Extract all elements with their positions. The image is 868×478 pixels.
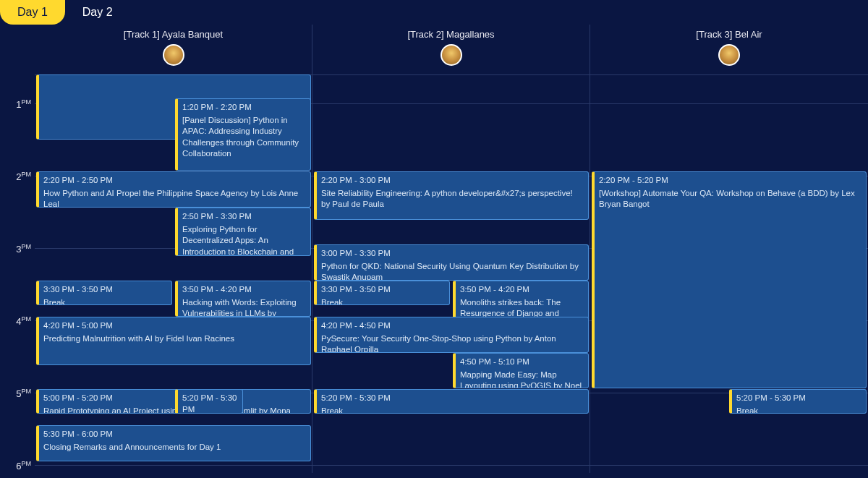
event-time: 4:50 PM - 5:10 PM: [460, 357, 584, 368]
event-time: 5:30 PM - 6:00 PM: [43, 429, 306, 440]
event-time: 5:20 PM - 5:30 PM: [321, 393, 584, 404]
track-header-2: [Track 2] Magallanes: [312, 25, 590, 40]
event-title: Hacking with Words: Exploiting Vulnerabi…: [182, 297, 306, 317]
tab-day-2[interactable]: Day 2: [65, 0, 130, 25]
event-closing[interactable]: 5:30 PM - 6:00 PM Closing Remarks and An…: [36, 425, 311, 461]
event-title: Python for QKD: National Security Using …: [321, 261, 584, 281]
event-time: 3:30 PM - 3:50 PM: [43, 284, 167, 296]
hour-label-4pm: 4PM: [0, 315, 35, 327]
event-break-t1b[interactable]: 5:20 PM - 5:30 PM Break: [175, 389, 243, 414]
event-time: 3:50 PM - 4:20 PM: [460, 284, 584, 296]
event-time: 3:30 PM - 3:50 PM: [321, 284, 445, 296]
event-break-t2b[interactable]: 5:20 PM - 5:30 PM Break: [314, 389, 589, 414]
event-title: Site Reliability Engineering: A python d…: [321, 188, 584, 210]
event-title: Closing Remarks and Announcements for Da…: [43, 442, 306, 453]
event-time: 1:20 PM - 2:20 PM: [182, 102, 306, 114]
event-time: 5:20 PM - 5:30 PM: [182, 393, 238, 414]
hour-label-1pm: 1PM: [0, 98, 35, 110]
event-hacking[interactable]: 3:50 PM - 4:20 PM Hacking with Words: Ex…: [175, 281, 311, 317]
event-time: 3:00 PM - 3:30 PM: [321, 248, 584, 260]
event-panel-apac[interactable]: 1:20 PM - 2:20 PM [Panel Discussion] Pyt…: [175, 98, 311, 171]
day-tabs: Day 1 Day 2: [0, 0, 868, 25]
event-title: How Python and AI Propel the Philippine …: [43, 188, 306, 208]
event-title: Predicting Malnutrition with AI by Fidel…: [43, 333, 306, 345]
event-sre[interactable]: 2:20 PM - 3:00 PM Site Reliability Engin…: [314, 171, 589, 220]
event-title: Mapping Made Easy: Map Layouting using P…: [460, 370, 584, 388]
event-title: Break: [321, 406, 584, 414]
hour-label-3pm: 3PM: [0, 243, 35, 255]
event-title: [Panel Discussion] Python in APAC: Addre…: [182, 115, 306, 160]
event-title: Break: [321, 297, 445, 305]
event-pyqgis[interactable]: 4:50 PM - 5:10 PM Mapping Made Easy: Map…: [453, 353, 589, 388]
event-malnutrition[interactable]: 4:20 PM - 5:00 PM Predicting Malnutritio…: [36, 317, 311, 365]
event-break-t3[interactable]: 5:20 PM - 5:30 PM Break: [729, 389, 867, 414]
event-time: 2:20 PM - 5:20 PM: [599, 175, 861, 187]
event-time: 5:20 PM - 5:30 PM: [736, 393, 861, 404]
event-dapp[interactable]: 2:50 PM - 3:30 PM Exploring Python for D…: [175, 208, 311, 256]
event-time: 4:20 PM - 5:00 PM: [43, 320, 306, 332]
event-title: [Workshop] Automate Your QA: Workshop on…: [599, 188, 861, 210]
event-title: PySecure: Your Security One-Stop-Shop us…: [321, 333, 584, 353]
event-break-t1a[interactable]: 3:30 PM - 3:50 PM Break: [36, 281, 172, 305]
event-break-t2a[interactable]: 3:30 PM - 3:50 PM Break: [314, 281, 450, 305]
event-ph-space[interactable]: 2:20 PM - 2:50 PM How Python and AI Prop…: [36, 171, 311, 208]
schedule-grid: 1PM 2PM 3PM 4PM 5PM 6PM [Track 1] Ayala …: [0, 25, 868, 473]
event-time: 2:20 PM - 3:00 PM: [321, 175, 584, 187]
event-time: 4:20 PM - 4:50 PM: [321, 320, 584, 332]
event-time: 3:50 PM - 4:20 PM: [182, 284, 306, 296]
event-time: 2:20 PM - 2:50 PM: [43, 175, 306, 187]
hour-label-6pm: 6PM: [0, 460, 35, 471]
track-header-3: [Track 3] Bel Air: [590, 25, 868, 40]
track-avatar-2[interactable]: [441, 44, 462, 66]
event-pysecure[interactable]: 4:20 PM - 4:50 PM PySecure: Your Securit…: [314, 317, 589, 353]
event-time: 2:50 PM - 3:30 PM: [182, 211, 306, 223]
track-avatar-3[interactable]: [718, 44, 740, 66]
track-header-1: [Track 1] Ayala Banquet: [35, 25, 312, 40]
event-title: Break: [736, 406, 861, 414]
hour-label-2pm: 2PM: [0, 171, 35, 182]
event-title: Exploring Python for Decentralized Apps:…: [182, 224, 306, 256]
tab-day-1[interactable]: Day 1: [0, 0, 65, 25]
hour-label-5pm: 5PM: [0, 388, 35, 399]
event-colab[interactable]: 5:00 PM - 5:20 PM Rapid Prototyping an A…: [36, 389, 311, 414]
event-workshop-qa[interactable]: 2:20 PM - 5:20 PM [Workshop] Automate Yo…: [592, 171, 867, 388]
event-qkd[interactable]: 3:00 PM - 3:30 PM Python for QKD: Nation…: [314, 244, 589, 281]
event-title: Break: [43, 297, 167, 305]
track-avatar-1[interactable]: [163, 44, 184, 66]
